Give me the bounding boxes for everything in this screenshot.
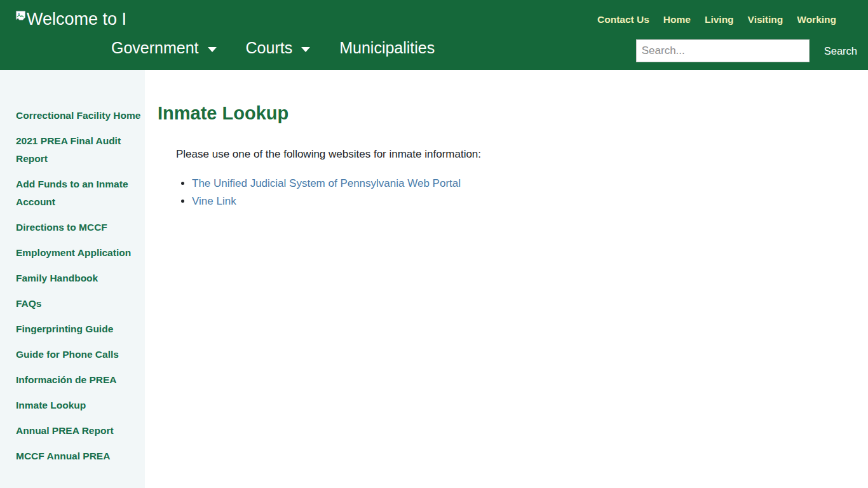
inmate-links-list: The Unified Judicial System of Pennsylva…	[176, 175, 843, 211]
page-title: Inmate Lookup	[158, 103, 843, 124]
search-area: Search	[636, 39, 857, 62]
nav-courts-label: Courts	[246, 39, 293, 57]
main-content: Inmate Lookup Please use one of the foll…	[145, 70, 868, 488]
utility-nav-working[interactable]: Working	[797, 14, 836, 25]
vine-link[interactable]: Vine Link	[192, 195, 236, 207]
nav-courts[interactable]: Courts	[246, 39, 311, 57]
chevron-down-icon	[301, 47, 310, 52]
nav-municipalities[interactable]: Municipalities	[339, 39, 435, 57]
sidebar-item-2021-prea-final-audit-report[interactable]: 2021 PREA Final Audit Report	[16, 132, 141, 168]
sidebar-item-faqs[interactable]: FAQs	[16, 295, 141, 313]
ujs-portal-link[interactable]: The Unified Judicial System of Pennsylva…	[192, 177, 461, 189]
sidebar-item-inmate-lookup[interactable]: Inmate Lookup	[16, 396, 141, 414]
sidebar-item-family-handbook[interactable]: Family Handbook	[16, 269, 141, 287]
site-logo-link[interactable]: Welcome to I	[15, 9, 126, 30]
search-button[interactable]: Search	[824, 45, 857, 57]
page-body: Correctional Facility Home 2021 PREA Fin…	[0, 70, 868, 488]
sidebar-item-annual-prea-report[interactable]: Annual PREA Report	[16, 422, 141, 440]
utility-nav-contact-us[interactable]: Contact Us	[597, 14, 649, 25]
sidebar-item-mccf-annual-prea[interactable]: MCCF Annual PREA	[16, 447, 141, 465]
chevron-down-icon	[208, 47, 217, 52]
content-block: Please use one of the following websites…	[176, 147, 843, 211]
search-input[interactable]	[636, 39, 810, 62]
sidebar-item-informacion-de-prea[interactable]: Información de PREA	[16, 371, 141, 389]
sidebar-item-fingerprinting-guide[interactable]: Fingerprinting Guide	[16, 320, 141, 338]
nav-municipalities-label: Municipalities	[339, 39, 435, 57]
utility-nav-visiting[interactable]: Visiting	[748, 14, 783, 25]
utility-nav: Contact Us Home Living Visiting Working	[597, 14, 836, 25]
nav-government[interactable]: Government	[111, 39, 217, 57]
utility-nav-living[interactable]: Living	[705, 14, 734, 25]
sidebar-item-correctional-facility-home[interactable]: Correctional Facility Home	[16, 107, 141, 125]
sidebar-item-add-funds-inmate-account[interactable]: Add Funds to an Inmate Account	[16, 175, 141, 211]
sidebar: Correctional Facility Home 2021 PREA Fin…	[0, 70, 145, 488]
sidebar-item-guide-for-phone-calls[interactable]: Guide for Phone Calls	[16, 346, 141, 363]
nav-government-label: Government	[111, 39, 199, 57]
main-nav: Government Courts Municipalities	[111, 39, 435, 57]
broken-image-icon	[15, 10, 26, 21]
logo-alt-text: Welcome to I	[27, 9, 126, 30]
list-item: Vine Link	[192, 193, 843, 211]
utility-nav-home[interactable]: Home	[663, 14, 691, 25]
sidebar-item-employment-application[interactable]: Employment Application	[16, 244, 141, 262]
sidebar-item-directions-to-mccf[interactable]: Directions to MCCF	[16, 219, 141, 236]
intro-text: Please use one of the following websites…	[176, 147, 843, 162]
site-header: Welcome to I Contact Us Home Living Visi…	[0, 0, 868, 70]
list-item: The Unified Judicial System of Pennsylva…	[192, 175, 843, 193]
